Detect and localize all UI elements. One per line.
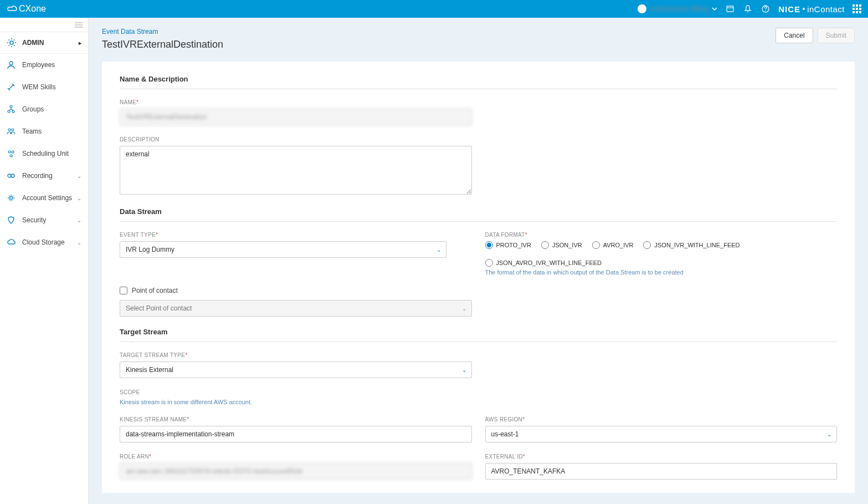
user-menu[interactable]: Administrator Billing <box>638 4 717 13</box>
scope-label: SCOPE <box>120 389 837 395</box>
help-icon[interactable] <box>761 4 771 14</box>
role-arn-label: ROLE ARN* <box>120 454 472 460</box>
radio-json-avro-ivr-linefeed[interactable]: JSON_AVRO_IVR_WITH_LINE_FEED <box>485 259 602 267</box>
poc-checkbox-label: Point of contact <box>132 287 178 294</box>
sidebar-item-label: Security <box>22 216 46 224</box>
section-header-data-stream: Data Stream <box>120 207 837 222</box>
sidebar: ADMIN ▸ Employees WEM Skills Groups Team… <box>0 18 89 504</box>
aws-region-label: AWS REGION* <box>485 416 838 422</box>
svg-point-18 <box>10 197 13 200</box>
data-format-help: The format of the data in which output o… <box>485 269 838 276</box>
sidebar-item-cloud-storage[interactable]: Cloud Storage ⌄ <box>0 231 88 253</box>
sidebar-item-label: WEM Skills <box>22 83 56 91</box>
tree-icon <box>7 105 17 114</box>
poc-checkbox[interactable] <box>120 287 127 294</box>
poc-select: Select Point of contact <box>120 300 472 317</box>
collapse-icon <box>75 22 83 28</box>
svg-point-16 <box>8 174 11 177</box>
role-arn-input <box>120 463 472 480</box>
section-header-target-stream: Target Stream <box>120 328 837 342</box>
sidebar-item-security[interactable]: Security ⌄ <box>0 209 88 231</box>
shield-icon <box>7 216 17 225</box>
app-launcher-icon[interactable] <box>852 4 861 13</box>
section-header-name-desc: Name & Description <box>120 75 837 89</box>
sidebar-item-employees[interactable]: Employees <box>0 54 88 76</box>
name-input <box>120 109 472 125</box>
svg-point-12 <box>12 129 14 131</box>
kinesis-name-input[interactable] <box>120 426 472 442</box>
page-title: TestIVRExternalDestination <box>102 39 223 50</box>
chevron-down-icon <box>712 6 717 12</box>
team-icon <box>7 127 17 136</box>
description-label: DESCRIPTION <box>120 136 472 142</box>
event-type-label: EVENT TYPE* <box>120 232 472 238</box>
topbar: CXone Administrator Billing NICE inConta… <box>0 0 868 18</box>
calendar-icon <box>7 149 17 158</box>
chevron-down-icon: ⌄ <box>77 240 81 246</box>
sidebar-item-label: Cloud Storage <box>22 238 65 246</box>
external-id-label: EXTERNAL ID* <box>485 454 838 460</box>
chevron-down-icon: ⌄ <box>77 173 81 179</box>
chevron-down-icon: ⌄ <box>77 217 81 223</box>
event-type-select[interactable]: IVR Log Dummy <box>120 241 446 258</box>
cancel-button[interactable]: Cancel <box>775 28 813 43</box>
svg-point-17 <box>11 174 14 177</box>
avatar <box>638 4 646 13</box>
main-content: Event Data Stream TestIVRExternalDestina… <box>89 18 868 504</box>
sidebar-item-label: Recording <box>22 172 53 180</box>
recording-icon <box>7 171 17 180</box>
sidebar-item-recording[interactable]: Recording ⌄ <box>0 165 88 187</box>
radio-json-ivr[interactable]: JSON_IVR <box>541 241 582 249</box>
kinesis-name-label: KINESIS STREAM NAME* <box>120 416 472 422</box>
radio-json-ivr-linefeed[interactable]: JSON_IVR_WITH_LINE_FEED <box>643 241 739 249</box>
brand-label: NICE inContact <box>778 4 845 14</box>
sidebar-item-label: Groups <box>22 105 44 113</box>
breadcrumb[interactable]: Event Data Stream <box>102 28 223 35</box>
sidebar-title-label: ADMIN <box>22 39 44 47</box>
svg-point-9 <box>8 110 10 113</box>
description-textarea[interactable]: external <box>120 146 472 195</box>
data-format-label: DATA FORMAT* <box>485 232 838 238</box>
svg-point-8 <box>10 105 12 108</box>
user-icon <box>7 60 17 69</box>
target-type-label: TARGET STREAM TYPE* <box>120 352 472 358</box>
radio-avro-ivr[interactable]: AVRO_IVR <box>592 241 634 249</box>
svg-point-6 <box>10 41 13 44</box>
sidebar-item-label: Scheduling Unit <box>22 150 69 157</box>
svg-point-10 <box>12 110 14 113</box>
sidebar-item-label: Account Settings <box>22 194 72 202</box>
sidebar-item-label: Employees <box>22 61 55 69</box>
external-id-input[interactable] <box>485 463 838 480</box>
target-type-select[interactable]: Kinesis External <box>120 362 472 378</box>
radio-proto-ivr[interactable]: PROTO_IVR <box>485 241 531 249</box>
svg-point-14 <box>12 151 14 153</box>
sidebar-item-label: Teams <box>22 128 42 135</box>
caret-right-icon: ▸ <box>79 40 81 46</box>
svg-rect-0 <box>727 6 733 12</box>
tools-icon <box>7 83 17 91</box>
cog-icon <box>7 194 17 202</box>
svg-point-11 <box>8 129 11 131</box>
sidebar-item-account-settings[interactable]: Account Settings ⌄ <box>0 187 88 209</box>
product-logo[interactable]: CXone <box>7 4 46 14</box>
svg-point-13 <box>8 151 11 153</box>
gear-icon <box>7 38 17 48</box>
aws-region-select[interactable]: us-east-1 <box>485 426 838 442</box>
scope-help: Kinesis stream is in some different AWS … <box>120 399 837 405</box>
sidebar-section-admin[interactable]: ADMIN ▸ <box>0 32 88 54</box>
chevron-down-icon: ⌄ <box>77 195 81 201</box>
user-name-label: Administrator Billing <box>650 5 708 13</box>
submit-button: Submit <box>818 28 855 43</box>
sidebar-item-teams[interactable]: Teams <box>0 120 88 142</box>
cloud-icon <box>7 238 17 247</box>
name-label: NAME* <box>120 99 472 105</box>
sidebar-collapse-toggle[interactable] <box>0 18 88 32</box>
sidebar-item-wem-skills[interactable]: WEM Skills <box>0 76 88 98</box>
data-format-radio-group: PROTO_IVR JSON_IVR AVRO_IVR JSON_IVR_WIT… <box>485 241 838 267</box>
svg-point-15 <box>10 155 12 157</box>
svg-point-7 <box>9 62 13 65</box>
card-icon[interactable] <box>725 4 735 14</box>
bell-icon[interactable] <box>743 4 753 14</box>
sidebar-item-scheduling[interactable]: Scheduling Unit <box>0 142 88 165</box>
sidebar-item-groups[interactable]: Groups <box>0 98 88 120</box>
